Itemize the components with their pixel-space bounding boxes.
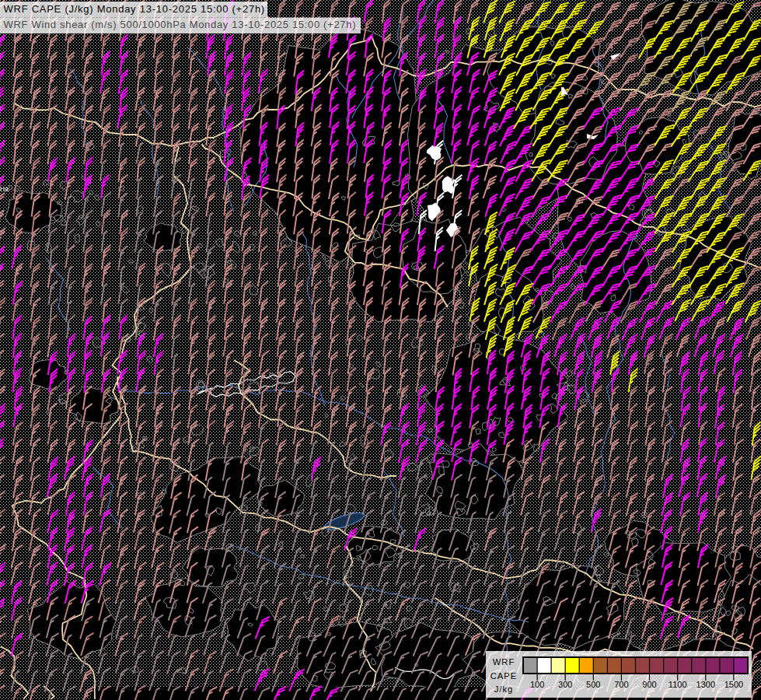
svg-text:300: 300: [558, 680, 572, 689]
svg-text:1500: 1500: [724, 680, 743, 689]
svg-text:WRF CAPE (J/kg) Monday 13-10-2: WRF CAPE (J/kg) Monday 13-10-2025 15:00 …: [4, 3, 265, 15]
svg-text:J/kg: J/kg: [494, 684, 514, 694]
svg-text:700: 700: [614, 680, 628, 689]
svg-text:CAPE: CAPE: [490, 671, 517, 681]
svg-text:900: 900: [642, 680, 656, 689]
svg-text:Ha: Ha: [0, 185, 9, 193]
svg-text:500: 500: [586, 680, 600, 689]
svg-text:WRF Wind shear (m/s) 500/1000h: WRF Wind shear (m/s) 500/1000hPa Monday …: [4, 19, 357, 30]
svg-text:100: 100: [530, 680, 544, 689]
svg-text:WRF: WRF: [493, 657, 515, 667]
svg-text:1300: 1300: [696, 680, 715, 689]
svg-text:1100: 1100: [668, 680, 687, 689]
